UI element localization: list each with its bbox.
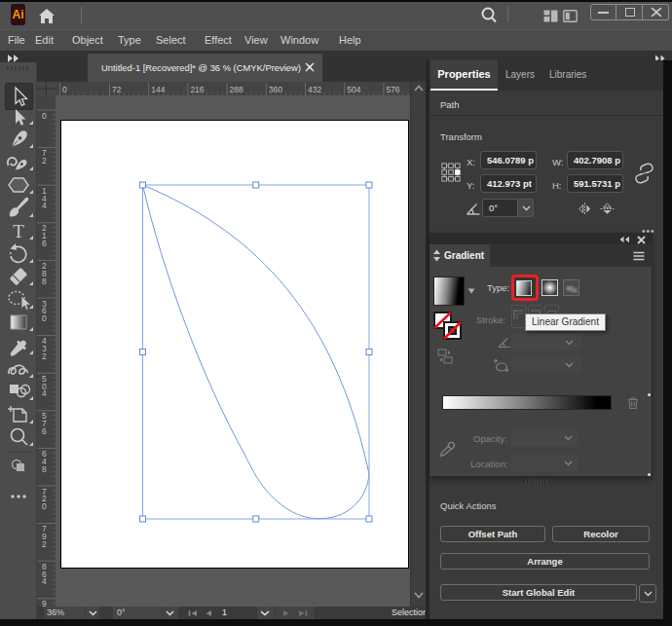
svg-text:2: 2 bbox=[42, 351, 47, 361]
svg-text:4: 4 bbox=[42, 576, 47, 586]
svg-text:72: 72 bbox=[112, 85, 122, 94]
svg-text:6: 6 bbox=[42, 426, 47, 436]
svg-text:0: 0 bbox=[42, 501, 47, 511]
svg-text:4: 4 bbox=[42, 201, 47, 210]
svg-text:6: 6 bbox=[42, 239, 47, 248]
svg-text:0: 0 bbox=[42, 313, 47, 323]
svg-text:4: 4 bbox=[42, 388, 47, 398]
svg-text:9: 9 bbox=[42, 599, 47, 607]
svg-text:8: 8 bbox=[42, 464, 47, 474]
svg-text:2: 2 bbox=[42, 156, 47, 166]
svg-text:T: T bbox=[13, 221, 24, 241]
svg-text:8: 8 bbox=[42, 276, 47, 286]
svg-text:0: 0 bbox=[42, 111, 47, 121]
svg-text:2: 2 bbox=[42, 539, 47, 549]
